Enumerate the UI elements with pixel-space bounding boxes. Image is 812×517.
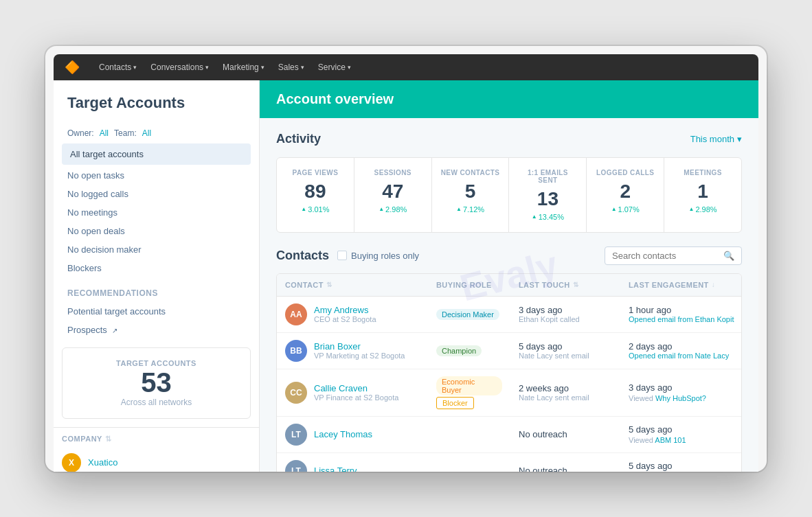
filter-no-meetings[interactable]: No meetings bbox=[54, 203, 259, 222]
filter-no-open-tasks[interactable]: No open tasks bbox=[54, 166, 259, 185]
company-list-header: COMPANY ⇅ bbox=[54, 427, 259, 448]
buying-role-lissa bbox=[428, 464, 510, 472]
contact-cell-lissa: LT Lissa Terry bbox=[277, 453, 428, 472]
activity-title: Activity bbox=[276, 132, 321, 146]
avatar-amy: AA bbox=[285, 303, 307, 325]
last-touch-callie: 2 weeks ago Nate Lacy sent email bbox=[510, 376, 620, 409]
owner-filter-value[interactable]: All bbox=[100, 128, 109, 138]
company-name: Xuatico bbox=[88, 457, 117, 468]
chevron-down-icon: ▾ bbox=[133, 64, 137, 71]
last-touch-lacey: No outreach bbox=[510, 422, 620, 446]
th-last-touch: LAST TOUCH ⇅ bbox=[510, 274, 620, 296]
buying-role-amy: Decision Maker bbox=[428, 302, 510, 327]
contact-name-brian[interactable]: Brian Boxer bbox=[314, 341, 405, 352]
table-row-amy: AA Amy Andrews CEO at S2 Bogota Decision… bbox=[277, 297, 741, 333]
target-accounts-box: TARGET ACCOUNTS 53 Across all networks bbox=[62, 347, 251, 419]
ta-count: 53 bbox=[74, 367, 239, 398]
filter-no-open-deals[interactable]: No open deals bbox=[54, 222, 259, 240]
badge-decision-maker: Decision Maker bbox=[436, 309, 499, 320]
this-month-dropdown[interactable]: This month ▾ bbox=[690, 134, 742, 144]
activity-stats: PAGE VIEWS 89 3.01% SESSIONS 47 2.98% NE… bbox=[276, 157, 742, 233]
sort-icon[interactable]: ⇅ bbox=[573, 281, 578, 288]
buying-roles-checkbox[interactable]: Buying roles only bbox=[337, 251, 419, 261]
avatar-callie: CC bbox=[285, 382, 307, 404]
contact-name-lissa[interactable]: Lissa Terry bbox=[314, 466, 357, 472]
search-icon: 🔍 bbox=[723, 251, 734, 261]
contact-name-lacey[interactable]: Lacey Thomas bbox=[314, 429, 372, 439]
badge-economic-buyer: Economic Buyer bbox=[436, 376, 502, 395]
engagement-link-callie[interactable]: Why HubSpot? bbox=[655, 394, 706, 402]
nav-service[interactable]: Service ▾ bbox=[318, 62, 351, 72]
search-contacts-field[interactable]: 🔍 bbox=[605, 246, 742, 265]
panel-header: Account overview bbox=[260, 80, 758, 118]
ta-label: TARGET ACCOUNTS bbox=[74, 359, 239, 367]
sort-icon[interactable]: ⇅ bbox=[326, 281, 332, 288]
stat-new-contacts: NEW CONTACTS 5 7.12% bbox=[432, 158, 510, 232]
nav-contacts[interactable]: Contacts ▾ bbox=[99, 62, 137, 72]
table-row-callie: CC Callie Craven VP Finance at S2 Bogota… bbox=[277, 369, 741, 417]
sidebar-title: Target Accounts bbox=[54, 94, 259, 123]
checkbox[interactable] bbox=[337, 251, 347, 260]
company-row-xuatico[interactable]: X Xuatico bbox=[54, 448, 259, 472]
table-row-brian: BB Brian Boxer VP Marketing at S2 Bogota… bbox=[277, 333, 741, 369]
last-engagement-brian: 2 days ago Opened email from Nate Lacy bbox=[620, 334, 742, 367]
th-last-engagement: LAST ENGAGEMENT ↓ bbox=[620, 274, 742, 296]
contact-subtitle-callie: VP Finance at S2 Bogota bbox=[314, 393, 398, 402]
hubspot-logo: 🔶 bbox=[65, 60, 80, 75]
chevron-down-icon: ▾ bbox=[348, 64, 351, 71]
sort-icon: ⇅ bbox=[105, 435, 112, 444]
external-link-icon: ↗ bbox=[112, 327, 117, 334]
ta-sub: Across all networks bbox=[74, 398, 239, 407]
stat-emails-sent: 1:1 EMAILS SENT 13 13.45% bbox=[509, 158, 587, 232]
contacts-title: Contacts bbox=[276, 249, 329, 263]
contact-name-amy[interactable]: Amy Andrews bbox=[314, 305, 376, 315]
last-touch-lissa: No outreach bbox=[510, 459, 620, 472]
last-engagement-amy: 1 hour ago Opened email from Ethan Kopit bbox=[620, 298, 742, 330]
badge-champion: Champion bbox=[436, 345, 482, 356]
avatar-lacey: LT bbox=[285, 424, 307, 446]
nav-marketing[interactable]: Marketing ▾ bbox=[223, 62, 264, 72]
owner-filter: Owner: All Team: All bbox=[54, 123, 259, 143]
chevron-down-icon: ▾ bbox=[261, 64, 264, 71]
table-header: CONTACT ⇅ BUYING ROLE LAST TOUCH ⇅ bbox=[277, 274, 741, 297]
contact-subtitle-brian: VP Marketing at S2 Bogota bbox=[314, 352, 405, 360]
recommendations-section: Recommendations bbox=[54, 277, 259, 302]
buying-role-callie: Economic Buyer Blocker bbox=[428, 369, 510, 416]
nav-sales[interactable]: Sales ▾ bbox=[278, 62, 304, 72]
potential-target-accounts[interactable]: Potential target accounts bbox=[54, 302, 259, 321]
filter-no-decision-maker[interactable]: No decision maker bbox=[54, 240, 259, 259]
avatar-lissa: LT bbox=[285, 460, 307, 472]
contact-cell-brian: BB Brian Boxer VP Marketing at S2 Bogota bbox=[277, 333, 428, 369]
filter-no-logged-calls[interactable]: No logged calls bbox=[54, 185, 259, 203]
sidebar: Target Accounts Owner: All Team: All All… bbox=[54, 80, 260, 472]
table-row-lissa: LT Lissa Terry No outreach bbox=[277, 453, 741, 472]
filter-blockers[interactable]: Blockers bbox=[54, 259, 259, 277]
engagement-link-lacey[interactable]: ABM 101 bbox=[655, 436, 686, 444]
contact-cell-amy: AA Amy Andrews CEO at S2 Bogota bbox=[277, 297, 428, 332]
last-touch-amy: 3 days ago Ethan Kopit called bbox=[510, 298, 620, 330]
last-engagement-lacey: 5 days ago Viewed ABM 101 bbox=[620, 417, 742, 452]
contact-subtitle-amy: CEO at S2 Bogota bbox=[314, 315, 376, 323]
sort-icon[interactable]: ↓ bbox=[712, 281, 715, 288]
avatar-brian: BB bbox=[285, 340, 307, 362]
chevron-down-icon: ▾ bbox=[301, 64, 304, 71]
th-buying-role: BUYING ROLE bbox=[428, 274, 510, 296]
search-input[interactable] bbox=[612, 251, 719, 261]
last-touch-brian: 5 days ago Nate Lacy sent email bbox=[510, 334, 620, 367]
right-panel: Account overview Activity This month ▾ bbox=[260, 80, 758, 472]
prospects-link[interactable]: Prospects ↗ bbox=[54, 321, 259, 339]
contact-cell-lacey: LT Lacey Thomas bbox=[277, 417, 428, 452]
top-navigation: 🔶 Contacts ▾ Conversations ▾ Marketing ▾… bbox=[54, 54, 758, 80]
table-row-lacey: LT Lacey Thomas No outreach bbox=[277, 417, 741, 453]
nav-conversations[interactable]: Conversations ▾ bbox=[150, 62, 209, 72]
contacts-table: CONTACT ⇅ BUYING ROLE LAST TOUCH ⇅ bbox=[276, 273, 742, 472]
th-contact: CONTACT ⇅ bbox=[277, 274, 428, 296]
team-filter-value[interactable]: All bbox=[142, 128, 151, 138]
filter-all-target-accounts[interactable]: All target accounts bbox=[62, 143, 251, 165]
buying-role-brian: Champion bbox=[428, 338, 510, 363]
stat-page-views: PAGE VIEWS 89 3.01% bbox=[277, 158, 354, 232]
buying-role-lacey bbox=[428, 428, 510, 441]
contact-name-callie[interactable]: Callie Craven bbox=[314, 383, 398, 393]
company-avatar: X bbox=[62, 453, 81, 472]
stat-sessions: SESSIONS 47 2.98% bbox=[354, 158, 432, 232]
